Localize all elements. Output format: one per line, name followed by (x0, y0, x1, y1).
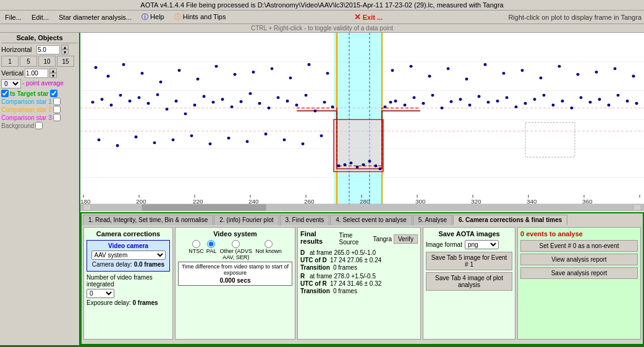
other-option[interactable]: Other (ADVS AAV, SER) (219, 240, 253, 260)
svg-point-23 (175, 100, 178, 103)
svg-point-113 (227, 137, 231, 140)
svg-point-69 (561, 100, 564, 103)
help-icon: ⓘ (142, 13, 148, 20)
svg-point-44 (356, 166, 359, 169)
svg-point-68 (552, 104, 555, 107)
pal-radio[interactable] (207, 240, 215, 248)
not-known-option[interactable]: Not known (255, 240, 282, 254)
scale-header: Scale, Objects (1, 34, 78, 43)
svg-point-117 (302, 142, 305, 145)
horizontal-up[interactable]: ▲ (61, 45, 69, 49)
svg-point-84 (197, 78, 200, 81)
svg-text:340: 340 (527, 198, 537, 205)
svg-point-81 (141, 72, 144, 75)
vertical-input[interactable] (25, 69, 48, 78)
svg-point-43 (350, 161, 353, 165)
tab-3[interactable]: 3. Find events (280, 215, 330, 225)
horizontal-spinner[interactable]: ▲ ▼ (61, 45, 69, 54)
edit-menu[interactable]: Edit... (29, 13, 51, 22)
hint-icon: ⓘ (174, 13, 181, 20)
exit-menu[interactable]: ✕ Exit ... (352, 12, 385, 22)
format-select[interactable]: pngjpgbmp (465, 240, 499, 249)
tab-6[interactable]: 6. Camera corrections & final times (453, 215, 567, 225)
svg-point-104 (614, 67, 617, 71)
svg-point-18 (129, 100, 132, 103)
svg-point-115 (265, 132, 268, 135)
comp2-row: Comparison star 2 (1, 106, 78, 113)
scale-btn-1[interactable]: 1 (1, 56, 19, 67)
svg-point-39 (323, 101, 326, 104)
tab-4[interactable]: 4. Select event to analyse (330, 215, 412, 225)
other-label: Other (ADVS AAV, SER) (219, 248, 253, 260)
hints-menu[interactable]: ⓘ Hints and Tips (172, 12, 229, 22)
pal-option[interactable]: PAL (206, 240, 216, 254)
not-known-label: Not known (255, 248, 282, 254)
svg-point-93 (410, 65, 413, 68)
camera-select[interactable]: AAV system Other (91, 251, 166, 260)
svg-point-60 (478, 95, 481, 98)
scale-btn-15[interactable]: 15 (57, 56, 74, 67)
svg-point-63 (506, 96, 509, 99)
tab-2[interactable]: 2. (info) Fourier plot (214, 215, 279, 225)
svg-rect-143 (142, 205, 266, 210)
save-tab5-button[interactable]: Save Tab 5 image for Event # 1 (426, 252, 512, 270)
vertical-spinner[interactable]: ▲ ▼ (49, 68, 57, 78)
svg-point-32 (258, 102, 261, 105)
svg-point-75 (617, 94, 620, 97)
star-diameter-menu[interactable]: Star diameter analysis... (56, 13, 134, 22)
verify-button[interactable]: Verify (394, 234, 418, 244)
ctrl-bar: CTRL + Right-click - to toggle validity … (0, 24, 644, 33)
svg-point-16 (110, 104, 113, 107)
not-known-radio[interactable] (265, 240, 273, 248)
r-result-row: R at frame 278.0 +1.5/-0.5 (300, 273, 418, 280)
svg-point-106 (98, 139, 101, 142)
target-checkbox[interactable] (1, 90, 9, 97)
pal-label: PAL (206, 248, 216, 254)
svg-point-22 (166, 108, 169, 111)
ntsc-radio[interactable] (192, 240, 200, 248)
svg-text:220: 220 (193, 198, 203, 205)
source-label: Time Source (339, 232, 371, 246)
set-event-button[interactable]: Set Event # 0 as a non-event (520, 240, 638, 252)
scale-btn-5[interactable]: 5 (20, 56, 37, 67)
horizontal-input[interactable] (36, 45, 60, 54)
scale-btn-10[interactable]: 10 (38, 56, 56, 67)
transition-r-row: Transition 0 frames (300, 288, 418, 294)
horizontal-down[interactable]: ▼ (61, 49, 69, 54)
svg-text:200: 200 (136, 198, 146, 205)
comp2-checkbox[interactable] (53, 106, 61, 113)
point-avg-dropdown[interactable]: 0123 (1, 79, 21, 88)
bg-checkbox[interactable] (35, 122, 43, 129)
comp3-row: Comparison star 3 (1, 114, 78, 121)
utc-r-label: UTC of R (300, 280, 328, 287)
dropdown-row: 0123 - point average (1, 79, 78, 88)
save-report-button[interactable]: Save analysis report (520, 267, 638, 279)
view-report-button[interactable]: View analysis report (520, 254, 638, 265)
svg-point-26 (203, 95, 206, 98)
svg-point-78 (95, 66, 98, 69)
vertical-up[interactable]: ▲ (49, 68, 57, 73)
ntsc-option[interactable]: NTSC (189, 240, 204, 254)
save-aota-title: Save AOTA images (426, 230, 512, 238)
svg-point-25 (193, 104, 197, 107)
point-avg-label: - point average (22, 80, 64, 87)
save-tab4-button[interactable]: Save Tab 4 image of plot analysis (426, 272, 512, 291)
svg-point-80 (122, 63, 125, 66)
target-checkbox2[interactable] (50, 90, 57, 97)
comp1-checkbox[interactable] (53, 98, 61, 105)
tab-5[interactable]: 5. Analyse (413, 215, 452, 225)
frames-select[interactable]: 0124 (87, 289, 114, 298)
svg-text:300: 300 (415, 198, 426, 205)
ctrl-text: CTRL + Right-click - to toggle validity … (251, 25, 393, 32)
svg-point-21 (156, 93, 159, 96)
svg-point-58 (459, 98, 462, 101)
vertical-scale-row: Vertical ▲ ▼ (1, 68, 78, 78)
other-radio[interactable] (232, 240, 240, 248)
comp3-checkbox[interactable] (53, 114, 61, 121)
tab-1[interactable]: 1. Read, Integrity, Set time, Bin & norm… (83, 215, 213, 225)
scale-buttons-row: 1 5 10 15 (1, 56, 78, 67)
vertical-down[interactable]: ▼ (49, 73, 57, 78)
file-menu[interactable]: File... (2, 13, 24, 22)
utc-d-value: 17 24 27.06 ± 0.24 (330, 257, 381, 263)
help-menu[interactable]: ⓘ Help (139, 12, 167, 22)
